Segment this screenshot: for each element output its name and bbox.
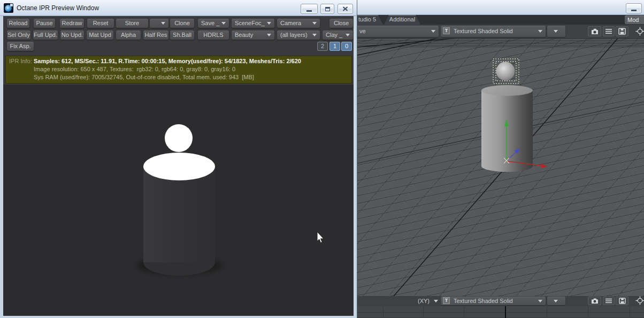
texture-badge: T [443, 297, 450, 304]
scene-cylinder[interactable] [481, 85, 533, 172]
layout-window: tudio 5 Additional Mod ve T Textured Sha… [357, 0, 644, 318]
dropdown-arrow-icon [554, 300, 558, 302]
crosshair-icon [635, 296, 644, 305]
render-pass-label: Beauty [235, 32, 253, 38]
sel-only-button[interactable]: Sel Only [7, 31, 30, 40]
layout-minimize-button[interactable] [626, 3, 642, 13]
bottom-viewport-toolbar: (XY) T Textured Shaded Solid [357, 296, 644, 306]
pan-icon-button[interactable] [633, 296, 644, 305]
bottom-display-mode-dropdown[interactable]: T Textured Shaded Solid [441, 297, 546, 305]
minimize-icon [631, 10, 637, 11]
dropdown-arrow-icon [221, 22, 226, 25]
dropdown-arrow-icon [431, 30, 435, 33]
dropdown-arrow-icon [267, 34, 271, 36]
tab-additional[interactable]: Additional [384, 15, 420, 25]
octane-titlebar[interactable]: Octane IPR Preview Window [0, 0, 357, 16]
ipr-info-label: IPR Info: [9, 58, 32, 64]
camera-icon-button[interactable] [588, 26, 601, 36]
reset-button[interactable]: Reset [87, 19, 114, 28]
dropdown-arrow-icon [346, 34, 350, 36]
dropdown-arrow-icon [434, 300, 438, 302]
save-icon-button[interactable] [616, 26, 628, 36]
display-mode-dropdown[interactable]: T Textured Shaded Solid [441, 26, 546, 37]
bottom-display-mode-label: Textured Shaded Solid [454, 298, 513, 304]
axis-label: (XY) [418, 298, 430, 304]
list-icon [605, 28, 612, 34]
pass-button-1[interactable]: 1 [329, 42, 340, 51]
save-disk-icon [618, 28, 626, 35]
save-dropdown[interactable]: Save _ [198, 19, 229, 28]
viewport-menu-dropdown[interactable] [547, 26, 565, 37]
axis-dropdown[interactable]: (XY) [418, 298, 430, 304]
modeler-button[interactable]: Mod [625, 16, 644, 24]
window-title: Octane IPR Preview Window [17, 4, 99, 12]
scenefoc-dropdown[interactable]: SceneFoc_ [232, 19, 274, 28]
clay-label: Clay _ [326, 32, 342, 38]
pass-button-2[interactable]: 2 [317, 42, 328, 51]
close-icon [342, 6, 348, 11]
dropdown-arrow-icon [161, 22, 165, 25]
alpha-button[interactable]: Alpha [116, 31, 141, 40]
sh-ball-button[interactable]: Sh.Ball [170, 31, 194, 40]
viewport[interactable] [357, 39, 644, 296]
bottom-viewport-menu-dropdown[interactable] [547, 297, 565, 305]
list-icon-button[interactable] [603, 297, 615, 305]
texture-badge: T [443, 27, 450, 34]
grid-axis-line [505, 306, 506, 318]
layers-dropdown[interactable]: (all layers) [277, 31, 320, 40]
grid-line [588, 306, 588, 318]
dropdown-arrow-icon [267, 22, 271, 25]
close-button[interactable]: Close [329, 19, 353, 28]
camera-icon-button[interactable] [588, 297, 601, 305]
ipr-info-panel: IPR Info: Samples: 612, MS/Sec.: 11.91, … [5, 56, 352, 84]
pass-button-0[interactable]: 0 [341, 42, 352, 51]
grid-line [383, 306, 384, 318]
mat-upd-button[interactable]: Mat Upd [87, 31, 113, 40]
store-button[interactable]: Store [116, 19, 148, 28]
view-type-dropdown[interactable]: ve [357, 26, 439, 37]
layout-titlebar[interactable] [357, 0, 644, 15]
grid-line [357, 312, 644, 313]
dropdown-arrow-icon [538, 300, 542, 302]
octane-ipr-window: Octane IPR Preview Window Reload Pause R… [0, 0, 357, 318]
fix-asp-button[interactable]: Fix Asp. [7, 42, 34, 51]
octane-client-area: Reload Pause Redraw Reset Store Clone Sa… [3, 16, 354, 316]
display-mode-label: Textured Shaded Solid [454, 28, 513, 34]
dropdown-arrow-icon [312, 34, 317, 36]
minimize-button[interactable] [301, 4, 318, 14]
bottom-grid-viewport[interactable] [357, 306, 644, 318]
redraw-button[interactable]: Redraw [60, 19, 84, 28]
render-sphere-emissive [165, 124, 193, 152]
grid-line [630, 306, 630, 318]
list-icon-button[interactable] [603, 26, 615, 36]
grid-line [464, 306, 464, 318]
scenefoc-dropdown-label: SceneFoc_ [235, 20, 265, 26]
scene-sphere[interactable] [496, 62, 515, 81]
camera-dropdown-label: Camera [280, 20, 301, 26]
render-pass-dropdown[interactable]: Beauty [232, 31, 274, 40]
save-icon-button[interactable] [616, 297, 628, 305]
clay-dropdown[interactable]: Clay _ [323, 31, 353, 40]
clone-button[interactable]: Clone [170, 19, 194, 28]
restore-icon [325, 7, 330, 11]
camera-dropdown[interactable]: Camera [277, 19, 320, 28]
no-upd-button[interactable]: No Upd. [60, 31, 84, 40]
pause-button[interactable]: Pause [34, 19, 55, 28]
store-slot-dropdown[interactable] [150, 19, 168, 28]
half-res-button[interactable]: Half Res [143, 31, 168, 40]
hdrls-button[interactable]: HDRLS [198, 31, 229, 40]
list-icon [605, 298, 612, 304]
reload-button[interactable]: Reload [7, 19, 29, 28]
ipr-stats-line1: Samples: 612, MS/Sec.: 11.91, R.Time: 00… [34, 58, 301, 64]
restore-button[interactable] [320, 4, 334, 14]
grid-line [547, 306, 547, 318]
dropdown-arrow-icon [312, 22, 317, 25]
tab-studio5[interactable]: tudio 5 [357, 15, 383, 25]
ipr-stats-line2: Image resolution: 650 x 487, Textures: r… [34, 66, 235, 72]
render-preview[interactable] [3, 85, 354, 316]
close-window-button[interactable] [338, 4, 353, 14]
tab-bar: tudio 5 Additional Mod [357, 15, 644, 25]
viewport-toolbar: ve T Textured Shaded Solid [357, 25, 644, 39]
full-upd-button[interactable]: Full Upd. [33, 31, 58, 40]
pan-icon-button[interactable] [633, 26, 644, 36]
